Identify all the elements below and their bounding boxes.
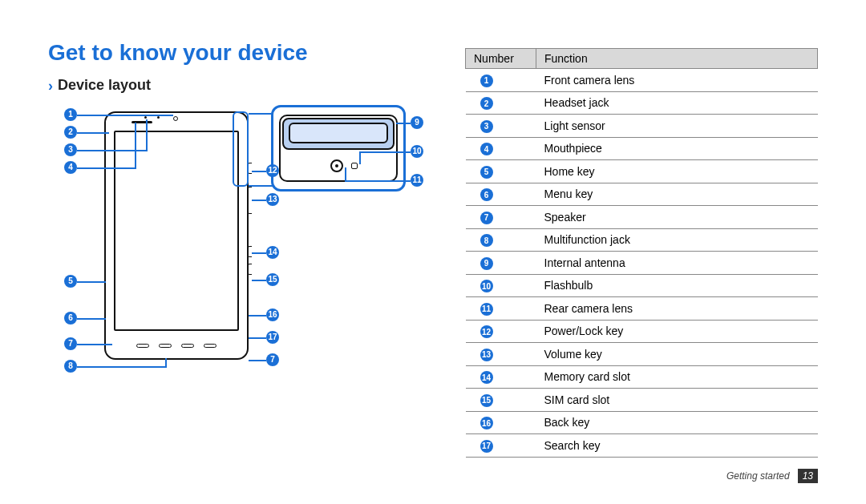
table-cell-function: Menu key xyxy=(536,183,818,206)
callout-badge: 10 xyxy=(411,145,423,158)
callout-badge: 12 xyxy=(266,164,279,177)
front-camera-icon xyxy=(173,116,178,121)
callout-line xyxy=(77,366,165,368)
table-cell-number: 3 xyxy=(466,115,536,138)
table-row: 8Multifunction jack xyxy=(466,228,818,252)
table-cell-number: 5 xyxy=(466,160,536,183)
number-badge-icon: 16 xyxy=(480,417,493,429)
callout-badge: 9 xyxy=(411,116,423,129)
table-cell-number: 14 xyxy=(466,365,536,389)
table-row: 7Speaker xyxy=(466,206,818,229)
table-row: 2Headset jack xyxy=(466,91,818,115)
callout-badge: 3 xyxy=(64,143,77,156)
callout-line xyxy=(77,167,135,169)
table-cell-function: Internal antenna xyxy=(536,252,818,275)
table-row: 9Internal antenna xyxy=(466,252,818,275)
table-row: 13Volume key xyxy=(466,343,818,366)
number-badge-icon: 12 xyxy=(480,325,493,338)
table-header-number: Number xyxy=(466,49,536,69)
chevron-right-icon: › xyxy=(48,79,53,93)
table-header-function: Function xyxy=(536,49,818,69)
callout-badge: 8 xyxy=(64,360,77,373)
table-cell-function: Volume key xyxy=(536,343,818,366)
side-slot-icon xyxy=(248,246,252,257)
table-cell-number: 15 xyxy=(466,389,536,412)
callout-badge: 6 xyxy=(64,312,77,325)
number-badge-icon: 14 xyxy=(480,371,493,384)
callout-badge: 2 xyxy=(64,126,77,139)
callout-line xyxy=(249,337,266,339)
table-cell-number: 7 xyxy=(466,206,536,229)
table-cell-function: Power/Lock key xyxy=(536,320,818,343)
function-table: Number Function 1Front camera lens2Heads… xyxy=(465,48,818,458)
number-badge-icon: 15 xyxy=(480,394,493,407)
side-slot-icon xyxy=(248,264,252,275)
callout-line xyxy=(135,123,136,169)
number-badge-icon: 17 xyxy=(480,440,493,453)
table-cell-number: 11 xyxy=(466,297,536,321)
zoom-source-outline xyxy=(233,111,249,187)
table-cell-number: 2 xyxy=(466,91,536,115)
callout-badge: 16 xyxy=(266,308,279,321)
callout-badge: 4 xyxy=(64,161,77,174)
table-cell-number: 16 xyxy=(466,411,536,434)
table-row: 12Power/Lock key xyxy=(466,320,818,343)
hw-button-icon xyxy=(181,344,194,348)
table-row: 3Light sensor xyxy=(466,115,818,138)
table-cell-function: Flashbulb xyxy=(536,274,818,297)
number-badge-icon: 9 xyxy=(480,257,493,270)
callout-badge: 17 xyxy=(266,331,279,344)
callout-badge: 14 xyxy=(266,246,279,259)
callout-badge: 15 xyxy=(266,273,279,286)
number-badge-icon: 1 xyxy=(480,75,493,87)
table-row: 14Memory card slot xyxy=(466,365,818,389)
device-diagram: 1 2 3 4 5 6 7 8 12 13 14 xyxy=(48,103,417,408)
flash-icon xyxy=(351,163,358,169)
callout-badge: 7 xyxy=(266,353,279,366)
callout-line xyxy=(146,119,148,151)
table-row: 6Menu key xyxy=(466,183,818,206)
callout-line xyxy=(345,167,346,182)
table-cell-number: 4 xyxy=(466,137,536,160)
footer-section-label: Getting started xyxy=(726,470,790,482)
number-badge-icon: 6 xyxy=(480,188,493,201)
table-cell-function: Front camera lens xyxy=(536,69,818,92)
callout-line xyxy=(252,200,266,201)
number-badge-icon: 13 xyxy=(480,349,493,361)
table-cell-function: Multifunction jack xyxy=(536,228,818,252)
number-badge-icon: 10 xyxy=(480,280,493,292)
page-title: Get to know your device xyxy=(48,40,433,66)
section-heading: › Device layout xyxy=(48,77,433,94)
sensor-dot-icon xyxy=(144,116,147,119)
table-cell-function: SIM card slot xyxy=(536,389,818,412)
table-cell-number: 12 xyxy=(466,320,536,343)
zoom-connector-line xyxy=(249,185,273,187)
antenna-band-inner-icon xyxy=(289,123,388,143)
table-cell-function: Search key xyxy=(536,434,818,458)
hw-button-icon xyxy=(204,344,216,348)
table-cell-number: 13 xyxy=(466,343,536,366)
table-row: 15SIM card slot xyxy=(466,389,818,412)
number-badge-icon: 2 xyxy=(480,97,493,110)
footer-page-number: 13 xyxy=(798,469,818,483)
number-badge-icon: 8 xyxy=(480,234,493,247)
callout-line xyxy=(252,171,266,172)
table-row: 10Flashbulb xyxy=(466,274,818,297)
table-row: 5Home key xyxy=(466,160,818,183)
number-badge-icon: 11 xyxy=(480,303,493,316)
table-cell-function: Home key xyxy=(536,160,818,183)
callout-line xyxy=(345,180,411,182)
callout-badge: 7 xyxy=(64,337,77,350)
device-screen-outline xyxy=(114,131,239,331)
table-row: 11Rear camera lens xyxy=(466,297,818,321)
table-cell-number: 6 xyxy=(466,183,536,206)
number-badge-icon: 3 xyxy=(480,120,493,133)
zoom-connector-line xyxy=(249,113,273,115)
callout-line xyxy=(359,151,411,153)
callout-line xyxy=(77,115,173,116)
table-cell-function: Back key xyxy=(536,411,818,434)
table-cell-function: Light sensor xyxy=(536,115,818,138)
table-row: 17Search key xyxy=(466,434,818,458)
number-badge-icon: 4 xyxy=(480,143,493,155)
rear-camera-icon xyxy=(330,159,343,172)
